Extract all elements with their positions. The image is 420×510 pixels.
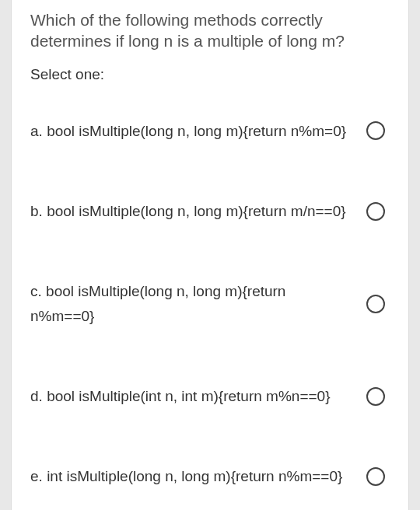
question-block: Which of the following methods correctly… (12, 0, 408, 91)
radio-d[interactable] (366, 387, 385, 406)
option-a-code: bool isMultiple(long n, long m){return n… (47, 123, 346, 139)
radio-a[interactable] (366, 121, 385, 140)
question-card: Which of the following methods correctly… (11, 0, 409, 510)
option-e-letter: e. (30, 468, 43, 484)
option-b-letter: b. (30, 203, 43, 219)
option-d-text: d. bool isMultiple(int n, int m){return … (30, 384, 351, 408)
option-a-letter: a. (30, 123, 43, 139)
option-c-text: c. bool isMultiple(long n, long m){retur… (30, 279, 351, 328)
option-c-code: bool isMultiple(long n, long m){return n… (30, 283, 285, 323)
option-e-text: e. int isMultiple(long n, long m){return… (30, 464, 351, 488)
option-b[interactable]: b. bool isMultiple(long n, long m){retur… (30, 171, 390, 251)
option-e[interactable]: e. int isMultiple(long n, long m){return… (30, 436, 390, 510)
radio-b[interactable] (366, 202, 385, 221)
option-c-letter: c. (30, 283, 42, 299)
radio-c[interactable] (366, 295, 385, 313)
option-d-code: bool isMultiple(int n, int m){return m%n… (47, 388, 330, 404)
option-d[interactable]: d. bool isMultiple(int n, int m){return … (30, 356, 390, 436)
option-d-letter: d. (30, 388, 43, 404)
option-a[interactable]: a. bool isMultiple(long n, long m){retur… (30, 91, 390, 171)
radio-e[interactable] (366, 467, 385, 486)
options-list: a. bool isMultiple(long n, long m){retur… (12, 91, 408, 510)
question-instruction: Select one: (30, 66, 390, 83)
option-b-text: b. bool isMultiple(long n, long m){retur… (30, 199, 351, 223)
option-a-text: a. bool isMultiple(long n, long m){retur… (30, 119, 351, 143)
question-text: Which of the following methods correctly… (30, 9, 390, 52)
option-e-code: int isMultiple(long n, long m){return n%… (47, 468, 342, 484)
option-b-code: bool isMultiple(long n, long m){return m… (47, 203, 345, 219)
option-c[interactable]: c. bool isMultiple(long n, long m){retur… (30, 251, 390, 356)
